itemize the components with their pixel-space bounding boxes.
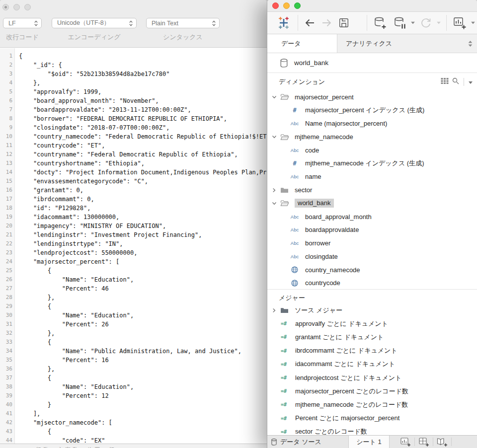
measure-field-icon: =# <box>277 416 290 421</box>
field-label: country_namecode <box>305 266 360 274</box>
code-line: { <box>19 266 267 275</box>
field-row-name-majorsector-percent[interactable]: AbcName (majorsector_percent) <box>267 117 477 131</box>
save-button[interactable] <box>338 17 350 29</box>
field-row-percent-majorsector-percent[interactable]: =#Percent ごとに majorsector_percent <box>267 412 477 425</box>
back-button[interactable] <box>303 17 316 29</box>
zoom-button-icon[interactable] <box>294 2 301 9</box>
measures-title: メジャー <box>279 294 305 302</box>
code-line: "Name": "Education", <box>19 311 267 320</box>
field-row-country-namecode[interactable]: country_namecode <box>267 263 477 277</box>
encoding-select[interactable]: Unicode（UTF-8） <box>52 18 137 28</box>
tab-data[interactable]: データ <box>267 34 337 53</box>
new-worksheet-caret-icon[interactable] <box>471 22 475 24</box>
line-ending-value: LF <box>8 20 34 27</box>
syntax-select[interactable]: Plain Text <box>146 18 220 28</box>
field-row-approvalfy[interactable]: =#approvalfy ごとに ドキュメント <box>267 317 477 330</box>
field-row-countrycode[interactable]: countrycode <box>267 277 477 290</box>
code-line: "majorsector_percent": [ <box>19 257 267 266</box>
new-story-button[interactable] <box>433 436 451 448</box>
code-line: "$oid": "52b213b38594d8a2be17c780" <box>19 70 267 78</box>
line-number: 39 <box>0 391 14 400</box>
zoom-button-icon[interactable] <box>24 4 31 10</box>
refresh-button[interactable] <box>419 16 432 29</box>
field-row-ibrdcommamt[interactable]: =#ibrdcommamt ごとに ドキュメント <box>267 344 477 358</box>
view-as-grid-icon[interactable] <box>441 78 449 85</box>
code-line: "borrower": "FEDERAL DEMOCRATIC REPUBLIC… <box>19 114 267 123</box>
line-number: 28 <box>0 293 14 302</box>
minimize-button-icon[interactable] <box>283 2 290 9</box>
field-label: boardapprovaldate <box>305 226 359 233</box>
field-row-mjtheme-namecode[interactable]: mjtheme_namecode <box>267 130 477 144</box>
code-line: }, <box>19 329 267 338</box>
line-number: 13 <box>0 159 14 168</box>
new-worksheet-tab-button[interactable] <box>397 436 414 448</box>
field-label: ソース メジャー <box>295 306 342 315</box>
code-line: "docty": "Project Information Document,I… <box>19 168 267 177</box>
field-row-majorsector-percent[interactable]: #majorsector_percent インデックス (生成) <box>267 104 477 117</box>
measure-field-icon: =# <box>277 388 290 394</box>
pause-auto-updates-button[interactable] <box>394 16 406 29</box>
line-ending-select[interactable]: LF <box>3 18 42 28</box>
field-row-name[interactable]: Abcname <box>267 170 477 184</box>
code-line: "idacommamt": 130000000, <box>19 213 267 222</box>
search-icon[interactable] <box>452 77 459 86</box>
refresh-dropdown-caret-icon[interactable] <box>437 22 441 24</box>
field-row-idacommamt[interactable]: =#idacommamt ごとに ドキュメント <box>267 358 477 371</box>
code-line: "boardapprovaldate": "2013-11-12T00:00:0… <box>19 105 267 114</box>
pause-dropdown-caret-icon[interactable] <box>411 22 415 24</box>
new-worksheet-button[interactable] <box>453 16 467 29</box>
field-row-borrower[interactable]: Abcborrower <box>267 236 477 250</box>
new-story-icon <box>437 438 448 447</box>
field-row-majorsector-percent[interactable]: =#majorsector_percent ごとのレコード数 <box>267 384 477 398</box>
toolbar-divider <box>446 15 447 31</box>
forward-button[interactable] <box>320 17 333 29</box>
line-number: 3 <box>0 70 14 78</box>
field-label: countrycode <box>305 279 340 287</box>
field-row-[interactable]: ソース メジャー <box>267 303 477 317</box>
add-datasource-button[interactable] <box>374 16 387 29</box>
code-editor[interactable]: { "_id": { "$oid": "52b213b38594d8a2be17… <box>15 48 267 448</box>
close-button-icon[interactable] <box>2 4 9 10</box>
dimensions-menu-caret-icon[interactable] <box>469 78 473 85</box>
field-row-mjtheme-namecode[interactable]: =#mjtheme_namecode ごとのレコード数 <box>267 398 477 411</box>
close-button-icon[interactable] <box>272 2 279 9</box>
field-row-code[interactable]: Abccode <box>267 144 477 157</box>
code-line: "lendinginstrtype": "IN", <box>19 239 267 248</box>
measures-header: メジャー <box>267 290 477 303</box>
field-row-closingdate[interactable]: Abcclosingdate <box>267 250 477 263</box>
field-label: name <box>305 173 321 180</box>
tableau-logo-icon <box>277 16 290 29</box>
dimensions-header: ディメンション <box>267 73 477 90</box>
field-row-world-bank[interactable]: world_bank <box>267 197 477 210</box>
tab-sheet-1[interactable]: シート 1 <box>348 436 390 448</box>
field-row-mjtheme-namecode[interactable]: #mjtheme_namecode インデックス (生成) <box>267 157 477 170</box>
pane-sort-icon[interactable] <box>468 41 473 48</box>
tab-data-source[interactable]: データ ソース <box>267 436 348 448</box>
datasource-row[interactable]: world_bank <box>267 53 477 73</box>
field-label: mjtheme_namecode インデックス (生成) <box>305 159 424 168</box>
field-label: Name (majorsector_percent) <box>305 120 387 127</box>
encoding-value: Unicode（UTF-8） <box>57 19 129 27</box>
line-number: 1 <box>0 52 14 61</box>
field-row-majorsector-percent[interactable]: majorsector_percent <box>267 90 477 104</box>
line-number: 37 <box>0 373 14 382</box>
tab-analytics[interactable]: アナリティクス <box>337 34 477 53</box>
code-line: "Name": "Education", <box>19 382 267 391</box>
code-line: "impagency": "MINISTRY OF EDUCATION", <box>19 222 267 230</box>
field-row-lendprojectcost[interactable]: =#lendprojectcost ごとに ドキュメント <box>267 371 477 384</box>
measure-field-icon: =# <box>277 334 290 340</box>
field-label: code <box>305 147 319 154</box>
field-row-board-approval-month[interactable]: Abcboard_approval_month <box>267 210 477 224</box>
new-dashboard-button[interactable] <box>415 436 433 448</box>
field-row-boardapprovaldate[interactable]: Abcboardapprovaldate <box>267 224 477 237</box>
number-field-icon: # <box>287 160 302 167</box>
globe-icon <box>287 280 302 287</box>
string-field-icon: Abc <box>287 254 302 259</box>
field-row-sector[interactable]: sector <box>267 183 477 197</box>
code-line: "Percent": 12 <box>19 391 267 400</box>
line-number: 9 <box>0 123 14 132</box>
line-number-gutter: 1234567891011121314151617181920212223242… <box>0 48 15 448</box>
chevron-right-icon <box>271 308 277 313</box>
minimize-button-icon[interactable] <box>13 4 20 10</box>
field-row-grantamt[interactable]: =#grantamt ごとに ドキュメント <box>267 330 477 344</box>
